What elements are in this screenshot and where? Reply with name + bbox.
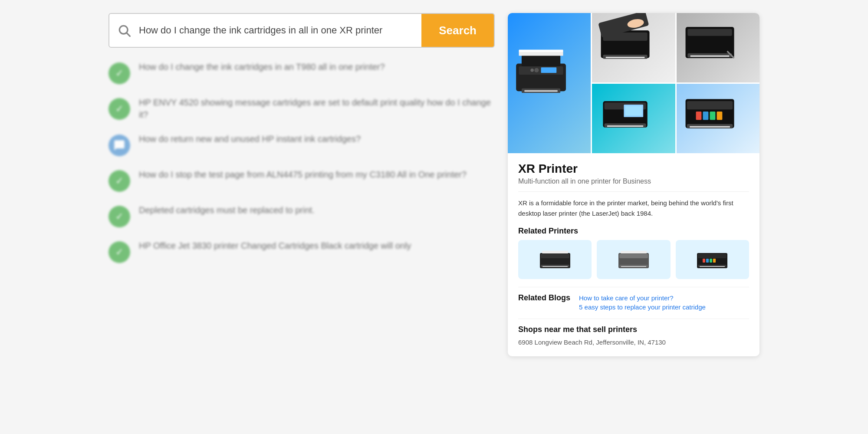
- svg-rect-34: [703, 112, 708, 120]
- svg-rect-19: [687, 29, 732, 36]
- speech-bubble-icon: [113, 139, 125, 151]
- svg-rect-54: [713, 259, 716, 263]
- result-text-3: How do return new and unused HP instant …: [139, 133, 361, 145]
- results-list: ✓ How do I change the ink cartridges in …: [108, 61, 495, 263]
- result-icon-6: ✓: [108, 241, 130, 263]
- printer-botmid-svg: [592, 84, 658, 139]
- related-printer-svg-2: [616, 247, 651, 273]
- svg-rect-36: [717, 112, 722, 120]
- related-printers: [518, 240, 749, 279]
- shops-label: Shops near me that sell printers: [518, 325, 749, 334]
- printer-image-top-mid: [592, 13, 675, 82]
- list-item[interactable]: ✓ Depleted cartridges must be replaced t…: [108, 204, 495, 227]
- left-panel: Search ✓ How do I change the ink cartrid…: [108, 13, 495, 356]
- svg-rect-21: [690, 56, 729, 57]
- list-item[interactable]: ✓ How do I change the ink cartridges in …: [108, 61, 495, 84]
- printer-main-svg: [508, 13, 574, 125]
- related-blogs-label: Related Blogs: [518, 293, 570, 302]
- svg-rect-4: [522, 55, 560, 66]
- list-item[interactable]: How do return new and unused HP instant …: [108, 133, 495, 156]
- svg-rect-45: [621, 266, 646, 267]
- svg-rect-28: [625, 106, 642, 115]
- svg-rect-32: [690, 126, 730, 128]
- printer-image-bot-right: [677, 84, 760, 153]
- main-container: Search ✓ How do I change the ink cartrid…: [108, 13, 760, 356]
- svg-rect-30: [687, 101, 733, 109]
- search-bar: Search: [108, 13, 495, 48]
- svg-point-11: [530, 69, 534, 72]
- search-input[interactable]: [139, 25, 421, 36]
- svg-rect-50: [700, 266, 725, 267]
- search-button[interactable]: Search: [421, 14, 494, 47]
- printer-image-bot-mid: [592, 84, 675, 153]
- divider-3: [518, 319, 749, 319]
- result-text-2: HP ENVY 4520 showing message cartridges …: [139, 96, 495, 121]
- svg-rect-52: [706, 259, 709, 263]
- related-blogs-row: Related Blogs How to take care of your p…: [518, 293, 749, 311]
- svg-rect-41: [542, 251, 568, 253]
- related-printer-card-3[interactable]: [676, 240, 749, 279]
- svg-rect-43: [619, 254, 648, 258]
- search-icon-wrap: [109, 23, 139, 37]
- svg-point-10: [534, 68, 539, 72]
- list-item[interactable]: ✓ HP Office Jet 3830 printer Changed Car…: [108, 240, 495, 263]
- svg-rect-46: [621, 251, 647, 253]
- svg-rect-53: [710, 259, 712, 263]
- product-description: XR is a formidable force in the printer …: [518, 198, 749, 219]
- shop-address: 6908 Longview Beach Rd, Jeffersonville, …: [518, 339, 749, 346]
- printer-topright-svg: [677, 13, 743, 69]
- result-text-1: How do I change the ink cartridges in an…: [139, 61, 385, 73]
- right-panel: XR Printer Multi-function all in one pri…: [508, 13, 760, 356]
- related-printer-card-2[interactable]: [597, 240, 670, 279]
- info-section: XR Printer Multi-function all in one pri…: [508, 153, 760, 356]
- svg-rect-35: [710, 112, 715, 120]
- printer-botright-svg: [677, 84, 743, 139]
- blog-link-2[interactable]: 5 easy steps to replace your printer cat…: [579, 303, 706, 311]
- printer-image-top-right: [677, 13, 760, 82]
- result-text-5: Depleted cartridges must be replaced to …: [139, 204, 315, 216]
- search-icon: [117, 23, 131, 37]
- svg-rect-31: [687, 124, 733, 128]
- shops-section: Shops near me that sell printers 6908 Lo…: [518, 325, 749, 346]
- list-item[interactable]: ✓ HP ENVY 4520 showing message cartridge…: [108, 96, 495, 121]
- result-icon-4: ✓: [108, 170, 130, 192]
- related-printers-label: Related Printers: [518, 227, 749, 236]
- result-text-4: How do I stop the test page from ALN4475…: [139, 168, 467, 181]
- blog-links: How to take care of your printer? 5 easy…: [579, 294, 706, 311]
- svg-rect-9: [541, 67, 557, 73]
- divider-2: [518, 287, 749, 287]
- list-item[interactable]: ✓ How do I stop the test page from ALN44…: [108, 168, 495, 192]
- product-subtitle: Multi-function all in one printer for Bu…: [518, 178, 749, 185]
- printer-image-main: [508, 13, 591, 153]
- divider-1: [518, 191, 749, 192]
- svg-line-1: [127, 33, 130, 36]
- svg-rect-38: [541, 254, 569, 258]
- svg-rect-6: [524, 90, 558, 92]
- svg-rect-40: [542, 266, 568, 267]
- svg-rect-51: [703, 259, 705, 263]
- result-icon-3: [108, 135, 130, 156]
- svg-rect-15: [606, 57, 645, 58]
- blog-link-1[interactable]: How to take care of your printer?: [579, 294, 706, 302]
- product-title: XR Printer: [518, 162, 749, 176]
- result-icon-1: ✓: [108, 62, 130, 84]
- result-icon-2: ✓: [108, 98, 130, 120]
- printer-images-grid: [508, 13, 760, 153]
- svg-rect-7: [519, 51, 563, 56]
- svg-rect-8: [519, 50, 563, 52]
- related-printer-svg-3: [695, 247, 730, 273]
- related-printer-card-1[interactable]: [518, 240, 592, 279]
- related-printer-svg-1: [538, 247, 572, 273]
- printer-topmid-svg: [592, 13, 658, 69]
- result-icon-5: ✓: [108, 206, 130, 227]
- result-text-6: HP Office Jet 3830 printer Changed Cartr…: [139, 240, 411, 252]
- svg-rect-33: [696, 112, 701, 120]
- svg-rect-26: [607, 125, 643, 127]
- svg-rect-48: [698, 254, 727, 258]
